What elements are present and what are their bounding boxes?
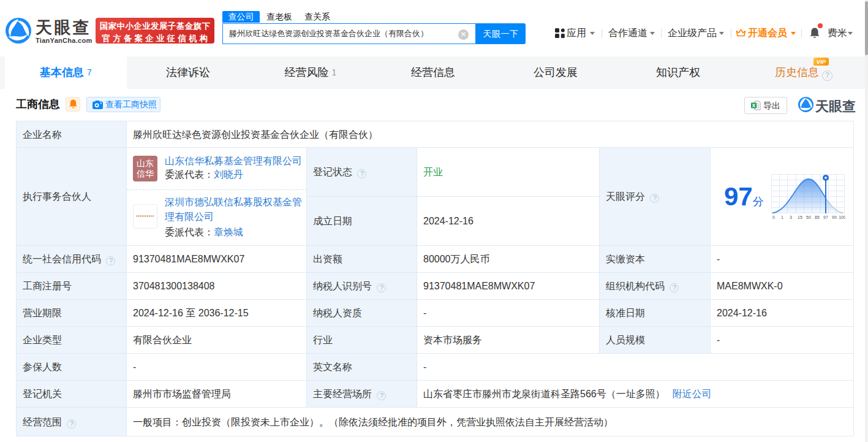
svg-text:1: 1 xyxy=(781,215,783,219)
svg-text:50: 50 xyxy=(806,215,811,219)
svg-text:15: 15 xyxy=(798,215,802,219)
svg-text:99: 99 xyxy=(832,215,837,219)
svg-text:85: 85 xyxy=(815,215,820,219)
svg-text:100: 100 xyxy=(839,215,845,219)
svg-text:0: 0 xyxy=(772,215,775,219)
svg-text:97: 97 xyxy=(823,215,828,219)
svg-text:3: 3 xyxy=(790,215,792,219)
